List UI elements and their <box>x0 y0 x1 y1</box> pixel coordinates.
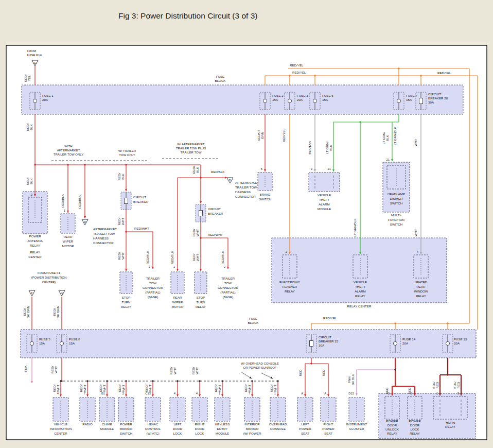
diagram-label: HEADLAMPDIMMERSWITCH <box>388 192 405 205</box>
fuse-glyph <box>60 341 63 345</box>
diagram-label: WHT <box>414 139 417 146</box>
diagram-label: A <box>324 392 326 395</box>
diagram-label: RED/BLK <box>221 250 224 264</box>
junction-dot <box>314 75 315 76</box>
diagram-label: 1 <box>173 265 175 268</box>
diagram-label: RED/WHT <box>117 217 125 225</box>
diagram-label: RED/YEL <box>290 63 304 67</box>
fuse-glyph <box>446 341 449 345</box>
page: { "header": { "title": "Fig 3: Power Dis… <box>0 0 493 448</box>
junction-dot <box>106 380 108 382</box>
diagram-label: RED/BLK <box>78 195 81 209</box>
fuse-glyph <box>30 341 33 345</box>
junction-dot <box>125 164 127 165</box>
diagram-label: RED/WHT <box>99 384 106 392</box>
junction-dot <box>84 164 85 165</box>
diagram-label: 2 <box>388 392 390 395</box>
diagram-label: BLK/RED <box>432 382 439 389</box>
diagram-label: RED/WHT <box>270 384 277 392</box>
diagram-label: RED/WHT <box>50 366 58 373</box>
diagram-label: RED/WHT <box>145 384 152 392</box>
junction-dot <box>152 380 153 382</box>
diagram-label: FUSEBLOCK <box>248 317 259 324</box>
horn-relay-box <box>433 397 467 419</box>
diagram-label: RED/WHT <box>244 384 251 392</box>
diagram-label: RED/WHT <box>118 384 125 392</box>
diagram-label: 21 <box>328 167 331 170</box>
diagram-label: RED/YEL <box>24 74 31 82</box>
diagram-label: A <box>301 392 303 395</box>
diagram-label: RED/BLK <box>26 177 33 185</box>
diagram-label: B1 <box>101 392 105 395</box>
diagram-label: RED <box>322 369 325 376</box>
diagram-label: BLK/TAN <box>308 141 311 154</box>
diagram-label: 1 <box>436 392 438 395</box>
fuse-glyph <box>313 99 316 102</box>
diagram-label: PNK <box>24 365 27 372</box>
diagram-label: REARWIPERMOTOR <box>62 235 74 248</box>
junction-dot <box>394 385 396 387</box>
diagram-label: 1 <box>64 209 65 212</box>
diagram-label: 9 <box>311 167 312 170</box>
fuse-block-1 <box>22 85 463 114</box>
diagram-label: 2 <box>149 265 150 268</box>
diagram-label: 1 <box>274 392 276 395</box>
diagram-label: RED/WHT <box>169 367 177 374</box>
diagram-label: BLK/RED <box>453 382 460 389</box>
diagram-label: LEFTDOORLOCK <box>173 422 183 435</box>
diagram-label: RIGHTDOORLOCK <box>195 422 204 435</box>
vehicle-theft-alarm-module-box <box>309 173 340 192</box>
junction-dot <box>67 164 68 165</box>
diagram-label: 2 <box>411 392 412 395</box>
breaker-glyph <box>199 211 203 216</box>
fuse-glyph <box>393 341 397 345</box>
diagram-label: 2 <box>286 250 287 253</box>
breaker-glyph <box>125 198 128 204</box>
connector-letter: G <box>61 291 63 295</box>
diagram-label: FUSEBLOCK <box>215 75 226 82</box>
junction-dot <box>251 380 253 382</box>
diagram-label: RED/BLK <box>117 173 125 180</box>
diagram-label: LT GRN/BLK <box>353 218 357 236</box>
diagram-label: 2 <box>224 265 225 268</box>
junction-dot <box>177 380 178 382</box>
diagram-label: REARWIPERMOTOR <box>172 296 184 308</box>
diagram-label: POWERDOORUNLOCKRELAY <box>385 419 399 435</box>
connector-letter: D <box>229 179 231 182</box>
diagram-label: RED/BLK <box>26 123 33 131</box>
diagram-label: STOPTURNRELAY <box>196 296 206 308</box>
diagram-label: POWERMIRRORSWITCH <box>119 422 133 435</box>
diagram-label: RED/WHT <box>192 229 199 236</box>
junction-dot <box>199 380 200 382</box>
junction-dot <box>200 177 201 178</box>
fuse-glyph <box>33 99 37 102</box>
diagram-label: RED/WHT <box>191 367 199 374</box>
diagram-label: RADIO <box>82 422 93 426</box>
diagram-label: RED/BLK <box>146 250 149 264</box>
junction-dot <box>398 67 399 69</box>
diagram-label: RED/WHT <box>52 384 60 392</box>
diagram-label: 2 <box>122 392 124 395</box>
diagram-label: RED/WHT <box>208 233 223 236</box>
junction-dot <box>359 121 361 123</box>
brake-switch-box <box>258 173 272 191</box>
diagram-label: 1 <box>219 392 220 395</box>
junction-dot <box>200 237 201 238</box>
diagram-label: 6 <box>261 167 262 170</box>
diagram-label: RED/WHT <box>192 253 199 261</box>
diagram-label: RED/WHT <box>117 252 125 260</box>
diagram-label: 21 <box>386 158 390 161</box>
diagram-label: RED <box>298 369 302 376</box>
diagram-label: RED/BLK <box>211 170 225 174</box>
junction-dot <box>394 322 396 324</box>
junction-dot <box>447 374 448 375</box>
diagram-label: C13 <box>145 392 151 395</box>
diagram-label: HORNRELAY <box>445 421 455 428</box>
junction-dot <box>289 75 290 76</box>
fuse-glyph <box>397 99 400 102</box>
wiring-svg: EFGDDFROMFUSE F14RED/YELFUSEBLOCKFUSE 12… <box>0 0 493 448</box>
diagram-label: RED/WHT <box>214 384 221 392</box>
wiring-diagram: EFGDDFROMFUSE F14RED/YELFUSEBLOCKFUSE 12… <box>0 0 493 448</box>
junction-dot <box>420 75 421 76</box>
diagram-label: WHT <box>414 229 417 236</box>
